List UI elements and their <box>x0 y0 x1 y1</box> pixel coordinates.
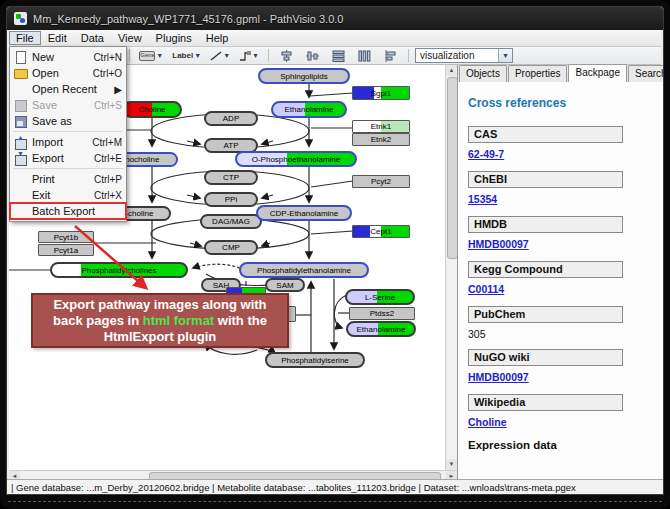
pathway-node-dag-mag[interactable]: DAG/MAG <box>200 214 262 229</box>
align-left-button[interactable] <box>379 47 402 64</box>
shortcut-label: Ctrl+P <box>94 174 122 185</box>
pathway-node-l-serine[interactable]: L-Serine <box>345 289 415 305</box>
shortcut-label: Ctrl+N <box>93 52 122 63</box>
file-menu-item-label: Save as <box>32 115 116 127</box>
pathway-node-cept1[interactable]: Cept1 <box>352 225 410 238</box>
file-menu-item-save-as[interactable]: Save as <box>10 113 126 129</box>
file-menu-item-open-recent[interactable]: Open Recent▶ <box>10 81 126 97</box>
node-label: PPi <box>225 195 237 204</box>
pathway-node-choline-top[interactable]: Choline <box>122 101 182 118</box>
node-label: CMP <box>222 243 240 252</box>
pathway-node-etnk2[interactable]: Etnk2 <box>352 133 410 146</box>
pathway-node-sgpl1[interactable]: Sgpl1 <box>352 86 410 100</box>
menu-edit[interactable]: Edit <box>41 31 74 45</box>
menu-view[interactable]: View <box>111 31 149 45</box>
visualization-combobox[interactable]: visualization ▼ <box>415 48 513 63</box>
pathway-node-o-phosphoethanolamine[interactable]: O-Phosphoethanolamine <box>235 151 357 167</box>
file-menu-item-export[interactable]: ExportCtrl+E <box>10 150 126 166</box>
file-menu-item-label: Save <box>32 99 88 111</box>
chevron-down-icon[interactable]: ▼ <box>498 49 512 62</box>
xref-link[interactable]: HMDB00097 <box>468 371 529 383</box>
menu-help[interactable]: Help <box>199 31 236 45</box>
new-line-button[interactable]: ▼ <box>207 47 233 64</box>
toolbar-separator <box>408 49 409 62</box>
pathway-node-cdp-ethanolamine[interactable]: CDP-Ethanolamine <box>256 205 352 221</box>
distribute-horizontal-button[interactable] <box>353 47 376 64</box>
shortcut-label: Ctrl+S <box>94 100 122 111</box>
pathway-node-phosphatidylethanolamine[interactable]: Phosphatidylethanolamine <box>239 262 369 278</box>
pathway-node-pcyt2[interactable]: Pcyt2 <box>352 175 410 188</box>
file-menu-item-print[interactable]: PrintCtrl+P <box>10 171 126 187</box>
new-connector-button[interactable]: ▼ <box>236 47 262 64</box>
chevron-down-icon[interactable]: ▼ <box>252 52 259 59</box>
file-menu-item-label: Print <box>32 173 88 185</box>
file-menu-item-import[interactable]: ImportCtrl+M <box>10 134 126 150</box>
node-label: Phosphatidylserine <box>281 356 349 365</box>
xref-link[interactable]: 62-49-7 <box>468 148 504 160</box>
node-label: Pcyt1a <box>54 246 78 255</box>
file-menu-item-open[interactable]: OpenCtrl+O <box>10 65 126 81</box>
menu-data[interactable]: Data <box>74 31 111 45</box>
node-label: Choline <box>138 105 165 114</box>
pathway-node-ppi[interactable]: PPi <box>204 192 258 207</box>
file-menu-item-save[interactable]: SaveCtrl+S <box>10 97 126 113</box>
new-gene-button[interactable]: Gene ▼ <box>136 47 166 64</box>
pathway-node-sphingolipids[interactable]: Sphingolipids <box>258 68 350 84</box>
section-title: HMDB <box>468 216 623 233</box>
pathway-node-ethanolamine-bottom[interactable]: Ethanolamine <box>346 321 416 337</box>
cross-references-heading: Cross references <box>468 96 663 110</box>
node-label: Pcyt2 <box>371 177 391 186</box>
pathway-node-sam[interactable]: SAM <box>265 278 305 292</box>
tab-backpage[interactable]: Backpage <box>568 64 626 83</box>
menu-file[interactable]: File <box>9 31 41 45</box>
node-label: ATP <box>224 141 239 150</box>
chevron-down-icon[interactable]: ▼ <box>194 52 201 59</box>
pathway-node-ctp[interactable]: CTP <box>204 170 258 185</box>
tab-search[interactable]: Search <box>628 65 664 82</box>
scroll-down-icon[interactable]: ▼ <box>446 459 457 470</box>
pathway-node-phosphatidylcholines[interactable]: Phosphatidylcholines <box>50 262 188 278</box>
node-label: Etnk1 <box>371 122 391 131</box>
pathway-node-cmp[interactable]: CMP <box>204 240 258 255</box>
window-title: Mm_Kennedy_pathway_WP1771_45176.gpml - P… <box>33 13 343 25</box>
xref-link[interactable]: 15354 <box>468 193 497 205</box>
pathway-node-ptdss2[interactable]: Ptdss2 <box>349 307 415 320</box>
scroll-up-icon[interactable]: ▲ <box>446 65 457 76</box>
distribute-vertical-button[interactable] <box>327 47 350 64</box>
tab-objects[interactable]: Objects <box>459 65 507 82</box>
xref-link[interactable]: HMDB00097 <box>468 238 529 250</box>
pathway-node-pcyt1a[interactable]: Pcyt1a <box>38 244 94 256</box>
shortcut-label: Ctrl+O <box>93 68 122 79</box>
side-panel: ObjectsPropertiesBackpageSearchLegend Cr… <box>457 65 663 482</box>
pathway-node-ethanolamine-top[interactable]: Ethanolamine <box>271 101 347 118</box>
pathway-node-pcyt1b[interactable]: Pcyt1b <box>38 231 94 243</box>
pathway-node-etnk1[interactable]: Etnk1 <box>352 120 410 133</box>
node-label: Sgpl1 <box>371 89 391 98</box>
shortcut-label: Ctrl+X <box>94 190 122 201</box>
align-center-x-button[interactable] <box>275 47 298 64</box>
align-center-y-button[interactable] <box>301 47 324 64</box>
file-menu: NewCtrl+NOpenCtrl+OOpen Recent▶SaveCtrl+… <box>9 46 127 222</box>
backpage-section-wikipedia: WikipediaCholine <box>468 394 663 430</box>
xref-link[interactable]: Choline <box>468 416 507 428</box>
pathway-node-adp[interactable]: ADP <box>204 111 258 126</box>
menu-plugins[interactable]: Plugins <box>149 31 199 45</box>
xref-link[interactable]: C00114 <box>468 283 504 295</box>
export-icon <box>13 152 29 165</box>
chevron-down-icon[interactable]: ▼ <box>156 52 163 59</box>
chevron-down-icon[interactable]: ▼ <box>223 52 230 59</box>
title-bar: Mm_Kennedy_pathway_WP1771_45176.gpml - P… <box>7 7 663 30</box>
file-menu-item-new[interactable]: NewCtrl+N <box>10 49 126 65</box>
file-menu-item-label: Exit <box>32 189 88 201</box>
vertical-scrollbar[interactable]: ▲ ▼ <box>445 65 457 470</box>
node-label: CDP-Ethanolamine <box>270 209 338 218</box>
file-menu-item-batch-export[interactable]: Batch Export <box>10 203 126 219</box>
status-bar: | Gene database: ...m_Derby_20120602.bri… <box>7 479 663 494</box>
tab-properties[interactable]: Properties <box>508 65 568 82</box>
new-label-button[interactable]: Label ▼ <box>169 47 204 64</box>
import-icon <box>13 136 29 149</box>
pathway-node-phosphatidylserine[interactable]: Phosphatidylserine <box>265 352 365 368</box>
file-menu-item-exit[interactable]: ExitCtrl+X <box>10 187 126 203</box>
node-label: CTP <box>223 173 239 182</box>
toolbar-separator <box>129 49 130 62</box>
